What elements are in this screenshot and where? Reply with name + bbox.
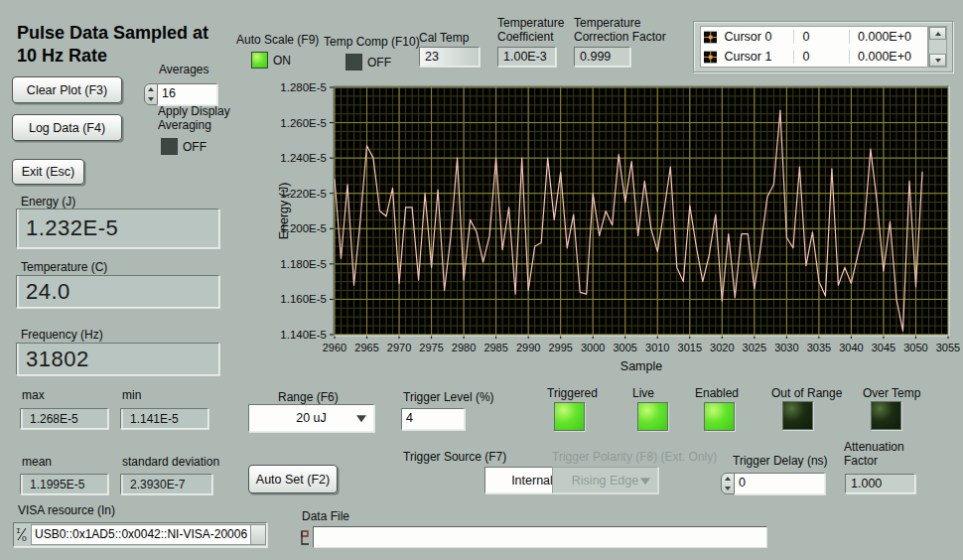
data-file-input[interactable] [316, 528, 764, 544]
apply-display-averaging-led[interactable] [161, 138, 178, 155]
averages-field[interactable] [157, 83, 217, 105]
max-indicator: 1.268E-5 [20, 408, 108, 429]
std-deviation-indicator: 2.3930E-7 [120, 474, 212, 494]
visa-resource-combo[interactable]: I O [13, 522, 267, 547]
energy-label: Energy (J) [21, 195, 75, 209]
visa-resource-input[interactable] [33, 526, 247, 541]
auto-set-button[interactable]: Auto Set (F2) [248, 465, 338, 493]
scroll-down-icon[interactable] [929, 54, 946, 67]
svg-text:3000: 3000 [581, 342, 605, 353]
trigger-level-label: Trigger Level (%) [403, 390, 494, 404]
attenuation-factor-field: 1.000 [845, 474, 915, 493]
cursor-y-value: 0.000E+0 [849, 30, 927, 44]
svg-text:2990: 2990 [516, 342, 540, 353]
trigger-source-label: Trigger Source (F7) [403, 450, 506, 464]
energy-waveform-chart[interactable]: 2960296529702975298029852990299530003005… [268, 75, 963, 373]
range-label: Range (F6) [278, 390, 339, 404]
cursor-x-value: 0 [793, 50, 849, 64]
svg-text:Sample: Sample [620, 359, 662, 373]
apply-display-averaging-label: Apply Display Averaging [158, 105, 262, 133]
trigger-polarity-label: Trigger Polarity (F8) (Ext. Only) [552, 450, 717, 464]
averages-input[interactable] [160, 85, 214, 101]
energy-indicator: 1.232E-5 [16, 209, 219, 248]
visa-resource-field[interactable] [31, 524, 251, 545]
trigger-delay-input[interactable] [737, 475, 822, 490]
clear-plot-button[interactable]: Clear Plot (F3) [12, 76, 122, 103]
temperature-label: Temperature (C) [21, 260, 107, 274]
std-deviation-label: standard deviation [122, 455, 219, 469]
auto-scale-led[interactable] [251, 52, 268, 69]
min-label: min [122, 388, 141, 402]
pulse-data-panel: Pulse Data Sampled at 10 Hz Rate Clear P… [0, 0, 963, 560]
svg-text:2980: 2980 [452, 342, 476, 353]
svg-text:3040: 3040 [839, 342, 863, 353]
cursor-legend-rows[interactable]: Cursor 0 0 0.000E+0 Cursor 1 0 0.000E+0 [700, 26, 928, 68]
cursor-crosshair-icon [704, 31, 717, 44]
svg-text:2995: 2995 [548, 342, 572, 353]
log-data-button[interactable]: Log Data (F4) [12, 114, 122, 141]
temp-comp-state: OFF [367, 56, 391, 70]
apply-display-averaging-state: OFF [183, 140, 206, 154]
svg-text:1.180E-5: 1.180E-5 [280, 258, 327, 270]
over-temp-label: Over Temp [863, 386, 920, 400]
svg-text:3035: 3035 [807, 342, 831, 353]
svg-text:2975: 2975 [419, 342, 443, 353]
svg-text:Energy (J): Energy (J) [277, 183, 291, 240]
svg-text:1.140E-5: 1.140E-5 [280, 329, 327, 341]
cursor-legend-row[interactable]: Cursor 1 0 0.000E+0 [701, 47, 927, 67]
cursor-legend[interactable]: Cursor 0 0 0.000E+0 Cursor 1 0 0.000E+0 [693, 21, 953, 72]
temp-comp-label: Temp Comp (F10) [324, 35, 420, 49]
svg-text:I: I [16, 526, 21, 535]
range-dropdown[interactable]: 20 uJ [248, 404, 374, 432]
visa-dropdown-button[interactable] [250, 524, 266, 545]
dropdown-arrow-icon [640, 478, 650, 485]
scroll-up-icon[interactable] [929, 27, 946, 40]
trigger-delay-field[interactable] [734, 473, 825, 494]
svg-text:1.240E-5: 1.240E-5 [280, 152, 327, 164]
svg-text:O: O [22, 534, 27, 543]
trigger-level-input[interactable] [404, 410, 462, 426]
temp-coefficient-field: 1.00E-3 [497, 47, 556, 67]
svg-text:3030: 3030 [774, 342, 798, 353]
mean-indicator: 1.1995E-5 [20, 474, 108, 494]
svg-text:3055: 3055 [936, 342, 960, 353]
live-label: Live [632, 386, 654, 400]
out-of-range-led [782, 401, 813, 430]
min-indicator: 1.141E-5 [120, 408, 208, 429]
auto-scale-label: Auto Scale (F9) [236, 33, 319, 47]
svg-text:3010: 3010 [645, 342, 669, 353]
data-file-field[interactable] [313, 526, 767, 548]
enabled-label: Enabled [695, 386, 739, 400]
cursor-legend-scrollbar[interactable] [928, 26, 947, 68]
visa-resource-label: VISA resource (In) [18, 503, 115, 517]
cal-temp-label: Cal Temp [419, 31, 469, 45]
data-file-path-icon [300, 529, 312, 546]
temp-correction-field: 0.999 [574, 47, 630, 67]
cursor-name: Cursor 0 [720, 30, 793, 44]
cursor-crosshair-icon [704, 51, 717, 64]
svg-text:1.260E-5: 1.260E-5 [280, 117, 327, 129]
trigger-delay-label: Trigger Delay (ns) [733, 454, 828, 468]
svg-text:2960: 2960 [323, 342, 346, 353]
cursor-y-value: 0.000E+0 [849, 50, 927, 64]
svg-text:2965: 2965 [354, 342, 378, 353]
out-of-range-label: Out of Range [771, 386, 842, 400]
temperature-indicator: 24.0 [16, 275, 219, 308]
data-file-label: Data File [302, 509, 349, 523]
frequency-indicator: 31802 [16, 343, 219, 375]
visa-io-type-icon: I O [15, 525, 30, 543]
over-temp-led [871, 401, 901, 430]
cal-temp-field[interactable]: 23 [419, 47, 480, 67]
exit-button[interactable]: Exit (Esc) [12, 159, 84, 185]
max-label: max [22, 388, 45, 402]
triggered-label: Triggered [547, 386, 598, 400]
auto-scale-state: ON [273, 54, 291, 68]
svg-text:3025: 3025 [743, 342, 766, 353]
cursor-legend-row[interactable]: Cursor 0 0 0.000E+0 [701, 27, 927, 47]
temp-coefficient-label: Temperature Coefficient [497, 17, 577, 45]
trigger-level-field[interactable] [401, 408, 465, 430]
temp-comp-led[interactable] [345, 54, 362, 70]
svg-text:1.280E-5: 1.280E-5 [280, 81, 327, 93]
enabled-led [704, 402, 735, 431]
temp-correction-label: Temperature Correction Factor [574, 17, 683, 45]
